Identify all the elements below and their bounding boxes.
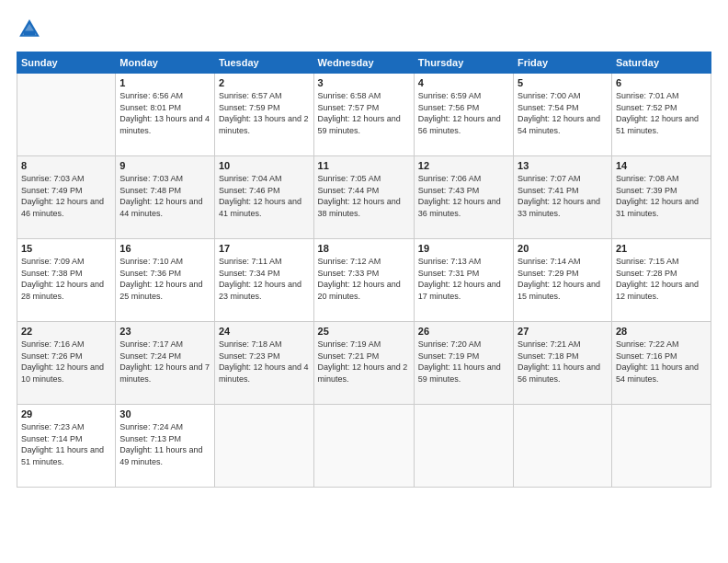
weekday-header: Monday bbox=[116, 52, 215, 74]
calendar-cell: 8 Sunrise: 7:03 AM Sunset: 7:49 PM Dayli… bbox=[17, 156, 116, 239]
calendar-cell bbox=[611, 405, 711, 488]
day-number: 21 bbox=[616, 243, 707, 254]
calendar-cell: 6 Sunrise: 7:01 AM Sunset: 7:52 PM Dayli… bbox=[611, 74, 711, 156]
calendar-cell: 17 Sunrise: 7:11 AM Sunset: 7:34 PM Dayl… bbox=[214, 239, 313, 322]
day-info: Sunrise: 7:24 AM Sunset: 7:13 PM Dayligh… bbox=[119, 421, 210, 467]
day-number: 20 bbox=[518, 243, 608, 254]
day-info: Sunrise: 7:14 AM Sunset: 7:29 PM Dayligh… bbox=[518, 256, 608, 302]
calendar-cell: 20 Sunrise: 7:14 AM Sunset: 7:29 PM Dayl… bbox=[514, 239, 612, 322]
day-number: 9 bbox=[119, 160, 210, 171]
day-number: 3 bbox=[318, 77, 410, 88]
day-number: 24 bbox=[219, 326, 310, 337]
day-number: 27 bbox=[518, 326, 608, 337]
day-info: Sunrise: 7:16 AM Sunset: 7:26 PM Dayligh… bbox=[21, 339, 111, 385]
day-info: Sunrise: 7:03 AM Sunset: 7:49 PM Dayligh… bbox=[21, 173, 111, 219]
calendar-cell: 26 Sunrise: 7:20 AM Sunset: 7:19 PM Dayl… bbox=[414, 322, 513, 405]
day-info: Sunrise: 6:56 AM Sunset: 8:01 PM Dayligh… bbox=[119, 90, 210, 136]
day-info: Sunrise: 6:57 AM Sunset: 7:59 PM Dayligh… bbox=[219, 90, 310, 136]
calendar-week-row: 1 Sunrise: 6:56 AM Sunset: 8:01 PM Dayli… bbox=[17, 74, 711, 156]
calendar-cell: 2 Sunrise: 6:57 AM Sunset: 7:59 PM Dayli… bbox=[214, 74, 313, 156]
day-info: Sunrise: 7:07 AM Sunset: 7:41 PM Dayligh… bbox=[518, 173, 608, 219]
calendar-cell: 29 Sunrise: 7:23 AM Sunset: 7:14 PM Dayl… bbox=[17, 405, 116, 488]
weekday-header: Thursday bbox=[414, 52, 513, 74]
calendar-cell: 13 Sunrise: 7:07 AM Sunset: 7:41 PM Dayl… bbox=[514, 156, 612, 239]
day-info: Sunrise: 7:09 AM Sunset: 7:38 PM Dayligh… bbox=[21, 256, 111, 302]
day-number: 19 bbox=[418, 243, 509, 254]
page: SundayMondayTuesdayWednesdayThursdayFrid… bbox=[0, 0, 728, 563]
day-number: 4 bbox=[418, 77, 509, 88]
day-info: Sunrise: 7:08 AM Sunset: 7:39 PM Dayligh… bbox=[616, 173, 707, 219]
calendar-week-row: 22 Sunrise: 7:16 AM Sunset: 7:26 PM Dayl… bbox=[17, 322, 711, 405]
day-info: Sunrise: 7:19 AM Sunset: 7:21 PM Dayligh… bbox=[318, 339, 410, 385]
day-number: 8 bbox=[21, 160, 111, 171]
day-number: 29 bbox=[21, 408, 111, 419]
day-number: 13 bbox=[518, 160, 608, 171]
day-number: 17 bbox=[219, 243, 310, 254]
day-number: 5 bbox=[518, 77, 608, 88]
day-info: Sunrise: 7:00 AM Sunset: 7:54 PM Dayligh… bbox=[518, 90, 608, 136]
weekday-header: Saturday bbox=[611, 52, 711, 74]
day-info: Sunrise: 7:06 AM Sunset: 7:43 PM Dayligh… bbox=[418, 173, 509, 219]
day-info: Sunrise: 7:05 AM Sunset: 7:44 PM Dayligh… bbox=[318, 173, 410, 219]
logo-icon bbox=[17, 17, 42, 42]
day-info: Sunrise: 7:04 AM Sunset: 7:46 PM Dayligh… bbox=[219, 173, 310, 219]
day-info: Sunrise: 6:59 AM Sunset: 7:56 PM Dayligh… bbox=[418, 90, 509, 136]
day-number: 16 bbox=[119, 243, 210, 254]
day-number: 26 bbox=[418, 326, 509, 337]
calendar-cell: 18 Sunrise: 7:12 AM Sunset: 7:33 PM Dayl… bbox=[313, 239, 414, 322]
weekday-header: Sunday bbox=[17, 52, 116, 74]
calendar-cell: 28 Sunrise: 7:22 AM Sunset: 7:16 PM Dayl… bbox=[611, 322, 711, 405]
calendar-cell: 4 Sunrise: 6:59 AM Sunset: 7:56 PM Dayli… bbox=[414, 74, 513, 156]
day-info: Sunrise: 7:21 AM Sunset: 7:18 PM Dayligh… bbox=[518, 339, 608, 385]
calendar-cell bbox=[514, 405, 612, 488]
calendar-cell: 16 Sunrise: 7:10 AM Sunset: 7:36 PM Dayl… bbox=[116, 239, 215, 322]
calendar-cell: 24 Sunrise: 7:18 AM Sunset: 7:23 PM Dayl… bbox=[214, 322, 313, 405]
calendar-cell bbox=[414, 405, 513, 488]
calendar-cell: 21 Sunrise: 7:15 AM Sunset: 7:28 PM Dayl… bbox=[611, 239, 711, 322]
day-number: 23 bbox=[119, 326, 210, 337]
day-number: 18 bbox=[318, 243, 410, 254]
day-info: Sunrise: 7:01 AM Sunset: 7:52 PM Dayligh… bbox=[616, 90, 707, 136]
calendar-cell bbox=[17, 74, 116, 156]
day-number: 14 bbox=[616, 160, 707, 171]
calendar-week-row: 29 Sunrise: 7:23 AM Sunset: 7:14 PM Dayl… bbox=[17, 405, 711, 488]
header bbox=[17, 17, 711, 42]
day-info: Sunrise: 7:18 AM Sunset: 7:23 PM Dayligh… bbox=[219, 339, 310, 385]
calendar-cell: 3 Sunrise: 6:58 AM Sunset: 7:57 PM Dayli… bbox=[313, 74, 414, 156]
day-number: 1 bbox=[119, 77, 210, 88]
svg-rect-2 bbox=[24, 31, 35, 36]
day-number: 6 bbox=[616, 77, 707, 88]
day-number: 10 bbox=[219, 160, 310, 171]
day-info: Sunrise: 7:13 AM Sunset: 7:31 PM Dayligh… bbox=[418, 256, 509, 302]
calendar-cell: 27 Sunrise: 7:21 AM Sunset: 7:18 PM Dayl… bbox=[514, 322, 612, 405]
day-number: 22 bbox=[21, 326, 111, 337]
calendar-cell: 22 Sunrise: 7:16 AM Sunset: 7:26 PM Dayl… bbox=[17, 322, 116, 405]
calendar-cell: 1 Sunrise: 6:56 AM Sunset: 8:01 PM Dayli… bbox=[116, 74, 215, 156]
day-number: 25 bbox=[318, 326, 410, 337]
day-number: 28 bbox=[616, 326, 707, 337]
day-info: Sunrise: 7:17 AM Sunset: 7:24 PM Dayligh… bbox=[119, 339, 210, 385]
day-number: 2 bbox=[219, 77, 310, 88]
weekday-header: Friday bbox=[514, 52, 612, 74]
day-number: 15 bbox=[21, 243, 111, 254]
calendar-cell: 15 Sunrise: 7:09 AM Sunset: 7:38 PM Dayl… bbox=[17, 239, 116, 322]
calendar-cell: 19 Sunrise: 7:13 AM Sunset: 7:31 PM Dayl… bbox=[414, 239, 513, 322]
calendar-cell: 10 Sunrise: 7:04 AM Sunset: 7:46 PM Dayl… bbox=[214, 156, 313, 239]
calendar-cell bbox=[214, 405, 313, 488]
day-number: 30 bbox=[119, 408, 210, 419]
calendar-week-row: 15 Sunrise: 7:09 AM Sunset: 7:38 PM Dayl… bbox=[17, 239, 711, 322]
day-info: Sunrise: 7:12 AM Sunset: 7:33 PM Dayligh… bbox=[318, 256, 410, 302]
calendar-week-row: 8 Sunrise: 7:03 AM Sunset: 7:49 PM Dayli… bbox=[17, 156, 711, 239]
calendar-cell: 5 Sunrise: 7:00 AM Sunset: 7:54 PM Dayli… bbox=[514, 74, 612, 156]
calendar-cell: 14 Sunrise: 7:08 AM Sunset: 7:39 PM Dayl… bbox=[611, 156, 711, 239]
calendar: SundayMondayTuesdayWednesdayThursdayFrid… bbox=[17, 52, 711, 488]
day-info: Sunrise: 7:11 AM Sunset: 7:34 PM Dayligh… bbox=[219, 256, 310, 302]
day-info: Sunrise: 7:03 AM Sunset: 7:48 PM Dayligh… bbox=[119, 173, 210, 219]
logo bbox=[17, 17, 46, 42]
calendar-cell: 12 Sunrise: 7:06 AM Sunset: 7:43 PM Dayl… bbox=[414, 156, 513, 239]
day-info: Sunrise: 7:15 AM Sunset: 7:28 PM Dayligh… bbox=[616, 256, 707, 302]
calendar-header-row: SundayMondayTuesdayWednesdayThursdayFrid… bbox=[17, 52, 711, 74]
day-number: 12 bbox=[418, 160, 509, 171]
day-number: 11 bbox=[318, 160, 410, 171]
day-info: Sunrise: 6:58 AM Sunset: 7:57 PM Dayligh… bbox=[318, 90, 410, 136]
